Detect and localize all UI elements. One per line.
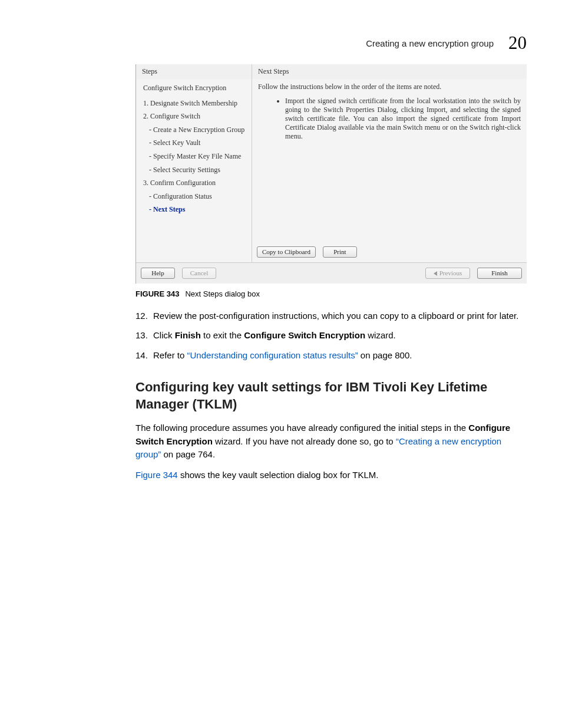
step-number: 13. — [135, 328, 153, 342]
page-header-title: Creating a new encryption group — [366, 38, 494, 48]
finish-button[interactable]: Finish — [477, 268, 522, 279]
cancel-button[interactable]: Cancel — [182, 268, 216, 279]
step-item: 1. Designate Switch Membership — [143, 98, 247, 109]
step-14-text: Refer to “Understanding configuration st… — [153, 348, 527, 362]
step-item: 3. Confirm Configuration — [143, 177, 247, 189]
next-steps-panel-label: Next Steps — [252, 64, 527, 79]
figure-caption-text: Next Steps dialog box — [185, 289, 259, 298]
step-13-text: Click Finish to exit the Configure Switc… — [153, 328, 527, 342]
copy-to-clipboard-button[interactable]: Copy to Clipboard — [257, 246, 316, 258]
bullet-text: Import the signed switch certificate fro… — [252, 93, 527, 243]
body-paragraph-2: Figure 344 shows the key vault selection… — [135, 469, 527, 482]
step-subitem: - Select Key Vault — [149, 137, 247, 149]
previous-button-label: Previous — [439, 269, 462, 276]
instruction-text: Follow the instructions below in the ord… — [252, 79, 527, 93]
previous-button[interactable]: Previous — [425, 268, 470, 279]
figure-344-link[interactable]: Figure 344 — [135, 470, 178, 480]
chapter-number: 20 — [508, 32, 527, 54]
step-number: 14. — [135, 348, 153, 362]
bullet-item: Import the signed switch certificate fro… — [285, 97, 521, 141]
step-subitem: - Select Security Settings — [149, 164, 247, 176]
understanding-config-status-link[interactable]: “Understanding configuration status resu… — [187, 350, 358, 360]
steps-list: Configure Switch Encryption 1. Designate… — [136, 79, 252, 221]
section-heading: Configuring key vault settings for IBM T… — [135, 378, 527, 413]
step-current: - Next Steps — [149, 204, 247, 215]
chevron-left-icon — [434, 271, 437, 276]
step-12-text: Review the post-configuration instructio… — [153, 309, 527, 322]
figure-label: FIGURE 343 — [135, 289, 179, 298]
body-paragraph-1: The following procedure assumes you have… — [135, 421, 527, 462]
steps-root: Configure Switch Encryption — [143, 83, 247, 94]
next-steps-dialog: Steps Configure Switch Encryption 1. Des… — [135, 64, 527, 284]
step-item: 2. Configure Switch — [143, 111, 247, 122]
help-button[interactable]: Help — [141, 268, 175, 279]
step-number: 12. — [135, 309, 153, 322]
step-subitem: - Configuration Status — [149, 191, 247, 202]
step-subitem: - Create a New Encryption Group — [149, 124, 247, 136]
print-button[interactable]: Print — [323, 246, 357, 258]
steps-panel-label: Steps — [136, 64, 252, 79]
step-subitem: - Specify Master Key File Name — [149, 151, 247, 162]
